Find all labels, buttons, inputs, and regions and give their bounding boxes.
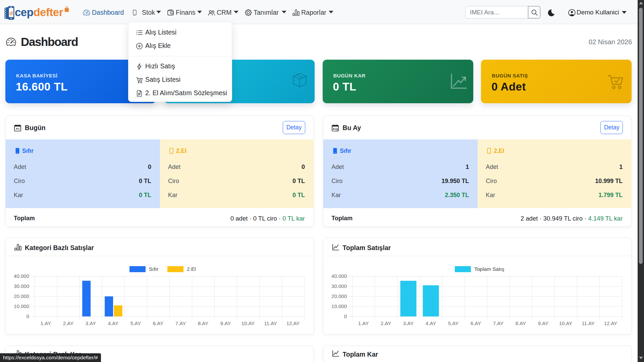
svg-text:20.000: 20.000 [331, 293, 347, 299]
svg-text:7.AY: 7.AY [493, 320, 503, 326]
svg-text:6.AY: 6.AY [153, 320, 163, 326]
svg-text:5.AY: 5.AY [448, 320, 459, 326]
svg-text:10.000: 10.000 [331, 303, 347, 309]
svg-text:4.AY: 4.AY [108, 320, 118, 326]
svg-text:30.000: 30.000 [14, 283, 29, 289]
svg-text:12.AY: 12.AY [604, 320, 618, 326]
svg-text:11.AY: 11.AY [264, 320, 277, 326]
svg-text:2.AY: 2.AY [381, 320, 391, 326]
svg-text:4.AY: 4.AY [426, 320, 436, 326]
svg-text:11.AY: 11.AY [582, 320, 595, 326]
svg-text:Fri: Fri [16, 127, 19, 130]
svg-text:9.AY: 9.AY [538, 320, 548, 326]
svg-text:10.AY: 10.AY [559, 320, 573, 326]
svg-text:12.AY: 12.AY [286, 320, 300, 326]
svg-text:2.AY: 2.AY [63, 320, 73, 326]
svg-text:20.000: 20.000 [14, 293, 29, 299]
svg-text:3.AY: 3.AY [403, 320, 414, 326]
svg-text:3.AY: 3.AY [86, 320, 96, 326]
svg-text:1.AY: 1.AY [358, 320, 369, 326]
svg-text:8.AY: 8.AY [516, 320, 526, 326]
svg-text:1.AY: 1.AY [41, 320, 51, 326]
svg-text:0: 0 [344, 313, 347, 319]
svg-text:10.AY: 10.AY [241, 320, 255, 326]
svg-text:5.AY: 5.AY [130, 320, 141, 326]
svg-text:6.AY: 6.AY [471, 320, 481, 326]
svg-text:8.AY: 8.AY [198, 320, 208, 326]
svg-text:2.El: 2.El [187, 266, 196, 272]
svg-text:Aug: Aug [333, 127, 338, 130]
svg-text:40.000: 40.000 [331, 273, 347, 279]
svg-text:Sıfır: Sıfır [149, 266, 158, 272]
svg-text:Toplam Satış: Toplam Satış [474, 266, 504, 272]
svg-text:30.000: 30.000 [331, 283, 347, 289]
svg-text:0: 0 [26, 313, 29, 319]
svg-text:d: d [10, 10, 13, 16]
svg-text:10.000: 10.000 [14, 303, 29, 309]
svg-text:7.AY: 7.AY [175, 320, 186, 326]
svg-text:40.000: 40.000 [14, 273, 29, 279]
svg-text:9.AY: 9.AY [220, 320, 231, 326]
